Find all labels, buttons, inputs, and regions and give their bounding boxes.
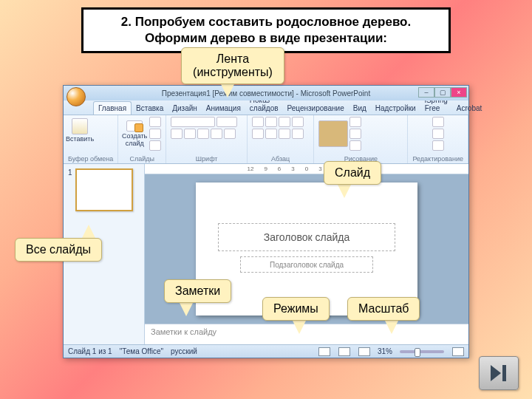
group-paragraph: Абзац (248, 115, 314, 163)
align-right-button[interactable] (279, 129, 290, 139)
paste-button[interactable]: Вставить (68, 117, 92, 143)
maximize-button[interactable]: ▢ (434, 87, 451, 98)
align-center-button[interactable] (265, 129, 277, 139)
select-button[interactable] (432, 140, 444, 151)
zoom-slider[interactable] (400, 350, 444, 353)
slideshow-view-button[interactable] (358, 347, 370, 356)
ribbon: Вставить Буфер обмена Создать слайд Слай… (64, 115, 468, 164)
tab-home[interactable]: Главная (93, 101, 132, 115)
delete-slide-button[interactable] (149, 140, 161, 151)
shapes-gallery[interactable] (318, 120, 348, 147)
normal-view-button[interactable] (318, 347, 330, 356)
title-bar: Презентация1 [Режим совместимости] - Mic… (64, 86, 468, 100)
font-color-button[interactable] (224, 129, 236, 139)
indent-dec-button[interactable] (279, 117, 290, 127)
replace-button[interactable] (432, 129, 444, 139)
forward-icon (488, 362, 510, 384)
svg-rect-1 (502, 365, 506, 381)
paste-icon (72, 118, 88, 134)
shape-fill-button[interactable] (349, 117, 361, 127)
next-slide-button[interactable] (479, 356, 519, 390)
status-zoom: 31% (378, 347, 392, 355)
align-left-button[interactable] (252, 129, 264, 139)
instruction-line1: 2. Попробуем составить родословное дерев… (91, 14, 441, 30)
font-size-select[interactable] (216, 117, 237, 127)
notes-placeholder: Заметки к слайду (151, 327, 216, 336)
callout-all-slides: Все слайды (15, 238, 102, 262)
tab-insert[interactable]: Вставка (132, 102, 168, 115)
font-family-select[interactable] (171, 117, 215, 127)
tab-addins[interactable]: Надстройки (371, 102, 420, 115)
callout-slide: Слайд (324, 161, 381, 185)
callout-zoom-tail (384, 319, 399, 334)
columns-button[interactable] (292, 129, 304, 139)
status-slide-count: Слайд 1 из 1 (68, 347, 112, 355)
status-language: русский (171, 347, 197, 355)
callout-all-slides-tail (81, 225, 96, 239)
fit-to-window-button[interactable] (452, 347, 464, 356)
slide-thumbnail (75, 168, 133, 211)
callout-notes: Заметки (164, 279, 231, 303)
group-drawing: Рисование (314, 115, 408, 163)
callout-slide-tail (337, 183, 352, 198)
new-slide-icon (126, 120, 143, 132)
bullets-button[interactable] (252, 117, 264, 127)
callout-zoom: Масштаб (347, 297, 420, 321)
group-clipboard: Вставить Буфер обмена (64, 115, 118, 163)
callout-views: Режимы (262, 297, 330, 321)
svg-marker-0 (491, 365, 501, 381)
close-button[interactable]: × (451, 87, 467, 98)
window-title: Презентация1 [Режим совместимости] - Mic… (162, 89, 370, 98)
callout-ribbon-tail (220, 83, 235, 98)
shape-effects-button[interactable] (349, 140, 361, 151)
reset-button[interactable] (149, 129, 161, 139)
status-theme: "Тема Office" (120, 347, 163, 355)
layout-button[interactable] (149, 117, 161, 127)
callout-notes-tail (179, 301, 194, 316)
callout-views-tail (292, 319, 307, 334)
tab-view[interactable]: Вид (349, 102, 371, 115)
office-button[interactable] (66, 87, 86, 106)
sorter-view-button[interactable] (338, 347, 350, 356)
tab-animation[interactable]: Анимация (202, 102, 245, 115)
status-bar: Слайд 1 из 1 "Тема Office" русский 31% (64, 344, 468, 358)
indent-inc-button[interactable] (292, 117, 304, 127)
thumbnail-1[interactable]: 1 (68, 168, 140, 211)
callout-ribbon: Лента (инструменты) (181, 47, 284, 84)
instruction-line2: Оформим дерево в виде презентации: (91, 30, 441, 47)
italic-button[interactable] (184, 129, 196, 139)
tab-design[interactable]: Дизайн (168, 102, 202, 115)
horizontal-ruler: 12 9 6 3 0 3 6 9 12 (145, 164, 468, 174)
tab-review[interactable]: Рецензирование (283, 102, 349, 115)
group-font: Шрифт (166, 115, 248, 163)
numbering-button[interactable] (265, 117, 277, 127)
instruction-header: 2. Попробуем составить родословное дерев… (81, 7, 451, 53)
bold-button[interactable] (171, 129, 183, 139)
tab-acrobat[interactable]: Acrobat (452, 102, 486, 115)
subtitle-placeholder[interactable]: Подзаголовок слайда (240, 256, 373, 273)
shadow-button[interactable] (211, 129, 222, 139)
ribbon-tabs: Главная Вставка Дизайн Анимация Показ сл… (64, 100, 468, 115)
group-editing: Редактирование (408, 115, 468, 163)
group-slides: Создать слайд Слайды (118, 115, 166, 163)
shape-outline-button[interactable] (349, 129, 361, 139)
title-placeholder[interactable]: Заголовок слайда (218, 223, 395, 251)
underline-button[interactable] (197, 129, 209, 139)
notes-pane[interactable]: Заметки к слайду (145, 324, 468, 344)
new-slide-button[interactable]: Создать слайд (123, 120, 146, 147)
minimize-button[interactable]: – (418, 87, 434, 98)
find-button[interactable] (432, 117, 444, 127)
